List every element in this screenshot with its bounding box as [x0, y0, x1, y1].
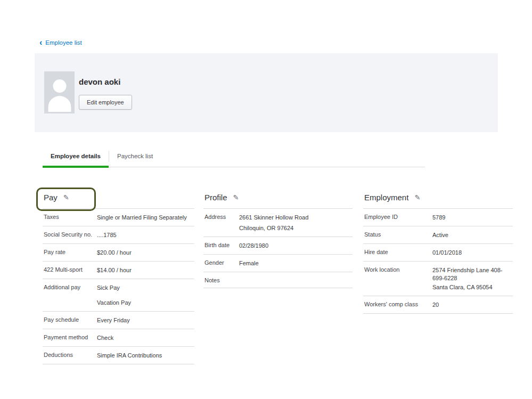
table-row: Employee ID 5789	[363, 209, 513, 226]
row-label: Deductions	[44, 352, 97, 358]
avatar-shoulders-shape	[48, 96, 71, 112]
edit-employee-button[interactable]: Edit employee	[79, 95, 132, 110]
row-value: 02/28/1980	[239, 242, 351, 250]
row-value: Vacation Pay	[97, 299, 193, 307]
employment-section-title: Employment	[364, 193, 408, 202]
row-label: Pay rate	[44, 249, 97, 255]
employment-section: Employment ✎ Employee ID 5789 Status Act…	[363, 189, 513, 314]
table-row: Gender Female	[203, 255, 353, 272]
row-label: Birth date	[204, 242, 239, 248]
row-label: Additional pay	[44, 284, 97, 290]
row-label: Social Security no.	[44, 231, 97, 238]
employee-header-band: devon aoki Edit employee	[35, 53, 498, 132]
row-value: Check	[97, 334, 193, 342]
profile-section: Profile ✎ Address 2661 Skinner Hollow Ro…	[203, 189, 353, 288]
row-values: 2661 Skinner Hollow Road Chiloquin, OR 9…	[239, 214, 351, 232]
row-value: 2574 Friendship Lane 408-699-6228	[432, 266, 512, 282]
row-label: 422 Multi-sport	[44, 266, 97, 273]
profile-section-title: Profile	[204, 193, 227, 202]
row-value: Every Friday	[97, 316, 193, 324]
profile-section-header: Profile ✎	[203, 189, 353, 209]
row-values	[239, 277, 351, 283]
row-label: Notes	[204, 277, 239, 283]
row-value: Active	[432, 231, 512, 239]
row-value: 2661 Skinner Hollow Road	[239, 214, 351, 222]
pay-section: Pay ✎ Taxes Single or Married Filing Sep…	[43, 189, 194, 364]
tab-bar: Employee details Paycheck list	[43, 146, 425, 167]
row-value: $20.00 / hour	[97, 249, 193, 257]
row-value: 5789	[432, 214, 512, 222]
row-value: Chiloquin, OR 97624	[239, 224, 351, 232]
row-label: Pay schedule	[44, 316, 97, 323]
row-value: Sick Pay	[97, 284, 193, 292]
avatar	[44, 71, 75, 113]
row-value: Single or Married Filing Separately	[97, 214, 193, 222]
row-value: 20	[432, 301, 512, 309]
table-row: Social Security no. ....1785	[43, 226, 194, 244]
row-values: 20	[432, 301, 512, 309]
row-values: 5789	[432, 214, 512, 222]
row-values: Active	[432, 231, 512, 239]
row-value: 01/01/2018	[432, 249, 512, 257]
row-values: Single or Married Filing Separately	[97, 214, 193, 222]
table-row: Taxes Single or Married Filing Separatel…	[43, 209, 194, 226]
row-values: Check	[97, 334, 193, 342]
row-label: Gender	[204, 259, 239, 266]
row-label: Hire date	[364, 249, 432, 255]
tab-paycheck-list[interactable]: Paycheck list	[109, 146, 161, 167]
row-label: Address	[204, 214, 239, 220]
row-label: Status	[364, 231, 432, 238]
row-values: $14.00 / hour	[97, 266, 193, 274]
employee-name: devon aoki	[79, 77, 120, 86]
table-row: Birth date 02/28/1980	[203, 237, 353, 255]
row-label: Work location	[364, 266, 432, 273]
table-row: Additional pay Sick Pay Vacation Pay	[43, 279, 194, 312]
table-row: Payment method Check	[43, 329, 194, 347]
row-label: Employee ID	[364, 214, 432, 220]
row-label: Workers' comp class	[364, 301, 432, 307]
row-values: Every Friday	[97, 316, 193, 324]
row-value: ....1785	[97, 231, 193, 239]
table-row: Notes	[203, 272, 353, 288]
row-value: Simple IRA Contributions	[97, 352, 193, 360]
back-link-label: Employee list	[45, 39, 81, 46]
profile-edit-pencil-icon[interactable]: ✎	[233, 193, 239, 201]
row-value: $14.00 / hour	[97, 266, 193, 274]
row-values: $20.00 / hour	[97, 249, 193, 257]
table-row: Status Active	[363, 226, 513, 244]
chevron-left-icon: ‹	[39, 40, 42, 45]
row-value	[239, 277, 351, 283]
row-label: Payment method	[44, 334, 97, 340]
row-value: Female	[239, 259, 351, 267]
avatar-head-shape	[53, 79, 66, 93]
row-values: 01/01/2018	[432, 249, 512, 257]
row-value: Santa Clara, CA 95054	[432, 283, 512, 291]
row-values: 2574 Friendship Lane 408-699-6228 Santa …	[432, 266, 512, 291]
table-row: Deductions Simple IRA Contributions	[43, 347, 194, 364]
table-row: 422 Multi-sport $14.00 / hour	[43, 262, 194, 279]
table-row: Workers' comp class 20	[363, 296, 513, 314]
tab-employee-details[interactable]: Employee details	[43, 146, 109, 167]
row-values: Simple IRA Contributions	[97, 352, 193, 360]
table-row: Pay rate $20.00 / hour	[43, 244, 194, 262]
table-row: Pay schedule Every Friday	[43, 312, 194, 329]
table-row: Address 2661 Skinner Hollow Road Chiloqu…	[203, 209, 353, 237]
back-to-employee-list-link[interactable]: ‹ Employee list	[39, 39, 82, 46]
table-row: Work location 2574 Friendship Lane 408-6…	[363, 262, 513, 296]
table-row: Hire date 01/01/2018	[363, 244, 513, 262]
employment-edit-pencil-icon[interactable]: ✎	[414, 193, 420, 201]
pay-edit-pencil-icon[interactable]: ✎	[63, 193, 69, 201]
row-label: Taxes	[44, 214, 97, 220]
pay-section-header: Pay ✎	[43, 189, 194, 209]
row-values: 02/28/1980	[239, 242, 351, 250]
employment-section-header: Employment ✎	[363, 189, 513, 209]
row-values: ....1785	[97, 231, 193, 239]
row-values: Female	[239, 259, 351, 267]
pay-section-title: Pay	[44, 193, 58, 202]
row-values: Sick Pay Vacation Pay	[97, 284, 193, 307]
